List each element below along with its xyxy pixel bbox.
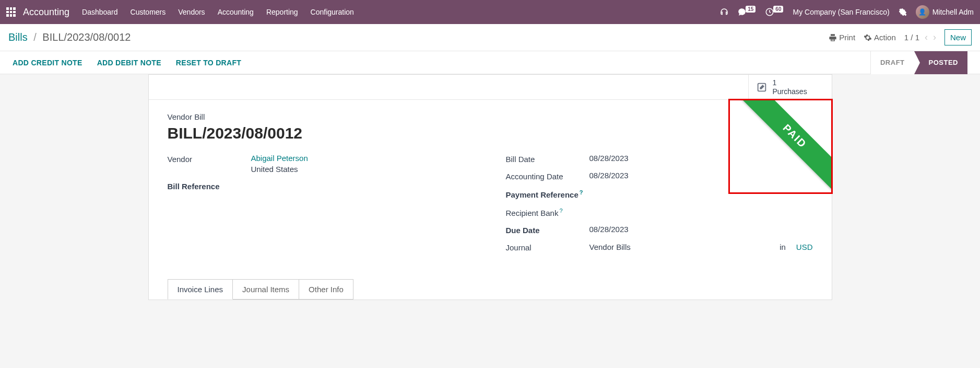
menu-vendors[interactable]: Vendors	[178, 8, 205, 16]
bill-date-label: Bill Date	[506, 154, 589, 164]
vendor-field: Vendor Abigail Peterson United States	[168, 154, 475, 174]
payment-reference-label: Payment Reference?	[506, 188, 589, 199]
accounting-date-label: Accounting Date	[506, 171, 589, 181]
add-credit-note-button[interactable]: ADD CREDIT NOTE	[13, 59, 82, 67]
bill-reference-label: Bill Reference	[168, 181, 251, 191]
breadcrumb-sep: /	[33, 31, 37, 43]
stat-count: 1	[773, 78, 807, 87]
menu-dashboard[interactable]: Dashboard	[82, 8, 118, 16]
recipient-bank-label: Recipient Bank?	[506, 206, 589, 217]
pager: 1 / 1 ‹ ›	[904, 32, 936, 43]
user-menu[interactable]: 👤 Mitchell Adm	[916, 5, 974, 19]
form-sheet: 1 Purchases PAID Vendor Bill BILL/2023/0…	[148, 74, 832, 300]
menu-customers[interactable]: Customers	[131, 8, 166, 16]
tab-invoice-lines[interactable]: Invoice Lines	[168, 279, 233, 300]
status-posted[interactable]: POSTED	[914, 51, 967, 74]
pager-next[interactable]: ›	[933, 32, 936, 43]
due-date-value[interactable]: 08/28/2023	[589, 225, 813, 234]
menu-configuration[interactable]: Configuration	[311, 8, 354, 16]
avatar: 👤	[916, 5, 929, 19]
company-selector[interactable]: My Company (San Francisco)	[793, 8, 889, 16]
user-name: Mitchell Adm	[932, 8, 974, 16]
vendor-country: United States	[251, 165, 475, 174]
stat-label: Purchases	[773, 87, 807, 96]
bill-reference-field: Bill Reference	[168, 181, 475, 191]
sheet-container: 1 Purchases PAID Vendor Bill BILL/2023/0…	[0, 74, 980, 300]
add-debit-note-button[interactable]: ADD DEBIT NOTE	[97, 59, 161, 67]
journal-label: Journal	[506, 242, 589, 252]
ribbon-container: PAID	[727, 100, 832, 192]
tab-other-info[interactable]: Other Info	[299, 279, 353, 300]
print-icon	[829, 33, 837, 42]
action-button[interactable]: Action	[864, 33, 896, 42]
gear-icon	[864, 33, 872, 42]
stat-text: 1 Purchases	[773, 78, 807, 95]
activities-icon[interactable]: 60	[765, 7, 784, 17]
support-icon[interactable]	[719, 7, 729, 17]
in-label: in	[780, 243, 796, 251]
breadcrumb-root[interactable]: Bills	[8, 31, 28, 43]
currency-value[interactable]: USD	[796, 243, 813, 251]
edit-icon	[756, 82, 768, 93]
help-icon[interactable]: ?	[580, 189, 583, 196]
menu-reporting[interactable]: Reporting	[266, 8, 298, 16]
doc-type-label: Vendor Bill	[168, 112, 813, 121]
nav-right: 15 60 My Company (San Francisco) 👤 Mitch…	[719, 5, 974, 19]
activities-badge: 60	[773, 6, 783, 13]
messages-badge: 15	[746, 6, 755, 13]
new-button[interactable]: New	[944, 29, 972, 45]
action-bar: ADD CREDIT NOTE ADD DEBIT NOTE RESET TO …	[0, 51, 980, 74]
action-buttons: ADD CREDIT NOTE ADD DEBIT NOTE RESET TO …	[13, 59, 241, 67]
pager-prev[interactable]: ‹	[925, 32, 928, 43]
control-right: Print Action 1 / 1 ‹ › New	[829, 29, 972, 45]
left-column: Vendor Abigail Peterson United States Bi…	[168, 154, 475, 259]
top-nav: Accounting Dashboard Customers Vendors A…	[0, 0, 980, 24]
breadcrumb-current: BILL/2023/08/0012	[42, 31, 131, 43]
menu-accounting[interactable]: Accounting	[218, 8, 254, 16]
debug-icon[interactable]	[898, 7, 907, 17]
vendor-value[interactable]: Abigail Peterson United States	[251, 154, 475, 174]
main-menu: Dashboard Customers Vendors Accounting R…	[82, 8, 354, 16]
messages-icon[interactable]: 15	[737, 7, 757, 17]
doc-title: BILL/2023/08/0012	[168, 124, 813, 142]
reset-to-draft-button[interactable]: RESET TO DRAFT	[176, 59, 241, 67]
journal-field: Journal Vendor Bills in USD	[506, 242, 813, 252]
purchases-stat-button[interactable]: 1 Purchases	[748, 75, 832, 99]
vendor-label: Vendor	[168, 154, 251, 164]
app-brand[interactable]: Accounting	[23, 7, 69, 18]
print-button[interactable]: Print	[829, 33, 855, 42]
status-bar: DRAFT POSTED	[870, 51, 967, 74]
recipient-bank-field: Recipient Bank?	[506, 206, 813, 217]
apps-icon[interactable]	[6, 7, 16, 17]
breadcrumb: Bills / BILL/2023/08/0012	[8, 31, 131, 43]
due-date-label: Due Date	[506, 225, 589, 235]
help-icon[interactable]: ?	[559, 208, 562, 214]
tabs: Invoice Lines Journal Items Other Info	[149, 279, 832, 300]
form-columns: Vendor Abigail Peterson United States Bi…	[168, 154, 813, 259]
vendor-link[interactable]: Abigail Peterson	[251, 154, 308, 163]
stat-buttons-row: 1 Purchases	[149, 75, 832, 100]
tab-journal-items[interactable]: Journal Items	[232, 279, 299, 300]
journal-value[interactable]: Vendor Bills in USD	[589, 243, 813, 251]
status-draft[interactable]: DRAFT	[870, 51, 914, 74]
pager-count[interactable]: 1 / 1	[904, 33, 919, 42]
control-bar: Bills / BILL/2023/08/0012 Print Action 1…	[0, 24, 980, 51]
paid-ribbon: PAID	[735, 100, 832, 192]
due-date-field: Due Date 08/28/2023	[506, 225, 813, 235]
